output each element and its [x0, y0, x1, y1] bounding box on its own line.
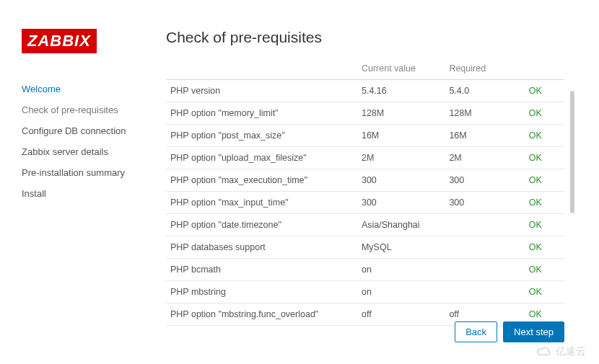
req-current: 300: [357, 192, 445, 214]
req-current: off: [357, 303, 445, 326]
back-button[interactable]: Back: [455, 321, 497, 342]
main-content: Check of pre-requisites Current value Re…: [166, 29, 577, 350]
req-required: [445, 236, 524, 259]
req-name: PHP mbstring: [166, 281, 357, 303]
col-header-required: Required: [445, 63, 524, 80]
table-row: PHP option "upload_max_filesize"2M2MOK: [166, 147, 564, 169]
table-row: PHP bcmathonOK: [166, 259, 564, 281]
logo: ZABBIX: [22, 29, 97, 53]
req-status: OK: [525, 192, 564, 214]
req-name: PHP option "mbstring.func_overload": [166, 303, 357, 326]
req-required: [445, 214, 524, 236]
req-required: [445, 259, 524, 281]
table-row: PHP option "post_max_size"16M16MOK: [166, 125, 564, 147]
req-status: OK: [525, 147, 564, 169]
sidebar-item-0[interactable]: Welcome: [22, 81, 152, 97]
nav-steps: WelcomeCheck of pre-requisitesConfigure …: [22, 81, 152, 202]
req-current: Asia/Shanghai: [357, 214, 445, 236]
req-status: OK: [525, 281, 564, 303]
table-row: PHP option "date.timezone"Asia/ShanghaiO…: [166, 214, 564, 236]
req-name: PHP option "post_max_size": [166, 125, 357, 147]
req-status: OK: [525, 80, 564, 102]
req-current: MySQL: [357, 236, 445, 259]
sidebar-item-5[interactable]: Install: [22, 185, 152, 202]
next-step-button[interactable]: Next step: [503, 321, 564, 342]
req-status: OK: [525, 102, 564, 125]
req-required: [445, 281, 524, 303]
scrollbar-thumb[interactable]: [570, 91, 574, 213]
req-name: PHP bcmath: [166, 259, 357, 281]
req-required: 300: [445, 169, 524, 192]
req-required: 2M: [445, 147, 524, 169]
sidebar-item-3[interactable]: Zabbix server details: [22, 143, 152, 160]
sidebar-item-4[interactable]: Pre-installation summary: [22, 164, 152, 181]
req-required: 128M: [445, 102, 524, 125]
table-row: PHP version5.4.165.4.0OK: [166, 80, 564, 102]
req-current: on: [357, 259, 445, 281]
sidebar-item-1[interactable]: Check of pre-requisites: [22, 102, 152, 118]
sidebar: ZABBIX WelcomeCheck of pre-requisitesCon…: [22, 29, 166, 350]
col-header-name: [166, 63, 357, 80]
table-row: PHP option "max_input_time"300300OK: [166, 192, 564, 214]
table-row: PHP option "max_execution_time"300300OK: [166, 169, 564, 192]
req-status: OK: [525, 236, 564, 259]
req-name: PHP option "date.timezone": [166, 214, 357, 236]
req-status: OK: [525, 214, 564, 236]
col-header-status: [525, 63, 564, 80]
req-status: OK: [525, 169, 564, 192]
req-current: 5.4.16: [357, 80, 445, 102]
req-name: PHP option "max_execution_time": [166, 169, 357, 192]
req-current: 128M: [357, 102, 445, 125]
req-required: 16M: [445, 125, 524, 147]
sidebar-item-2[interactable]: Configure DB connection: [22, 123, 152, 139]
req-name: PHP option "memory_limit": [166, 102, 357, 125]
req-current: on: [357, 281, 445, 303]
req-current: 2M: [357, 147, 445, 169]
req-required: 5.4.0: [445, 80, 524, 102]
table-row: PHP option "memory_limit"128M128MOK: [166, 102, 564, 125]
req-name: PHP option "upload_max_filesize": [166, 147, 357, 169]
req-status: OK: [525, 125, 564, 147]
req-required: 300: [445, 192, 524, 214]
req-current: 300: [357, 169, 445, 192]
req-status: OK: [525, 259, 564, 281]
page-title: Check of pre-requisites: [166, 29, 564, 46]
req-current: 16M: [357, 125, 445, 147]
button-row: Back Next step: [455, 321, 564, 342]
req-name: PHP option "max_input_time": [166, 192, 357, 214]
col-header-current: Current value: [357, 63, 445, 80]
req-name: PHP databases support: [166, 236, 357, 259]
table-row: PHP databases supportMySQLOK: [166, 236, 564, 259]
prerequisites-table: Current value Required PHP version5.4.16…: [166, 63, 564, 326]
table-row: PHP mbstringonOK: [166, 281, 564, 303]
req-name: PHP version: [166, 80, 357, 102]
